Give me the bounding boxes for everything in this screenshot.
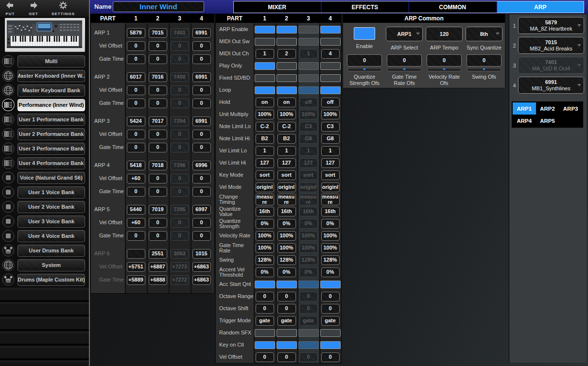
sidebar-button[interactable]: User 1 Performance Bank — [17, 114, 85, 126]
value-cell[interactable]: +6863 — [192, 275, 211, 285]
value-cell[interactable]: gate — [277, 316, 296, 326]
checkbox[interactable] — [277, 38, 297, 46]
value-cell[interactable]: 128% — [277, 255, 296, 265]
value-cell[interactable]: 2551 — [149, 249, 167, 259]
value-cell[interactable]: 0 — [149, 174, 167, 183]
value-cell[interactable]: 100% — [299, 110, 318, 119]
checkbox[interactable] — [298, 281, 319, 288]
value-cell[interactable]: 7400 — [171, 72, 189, 82]
value-cell[interactable]: 0 — [127, 54, 145, 64]
value-cell[interactable]: 0 — [171, 143, 189, 152]
offset-value[interactable]: 0 — [427, 54, 462, 67]
value-cell[interactable]: 0 — [256, 352, 274, 362]
value-cell[interactable]: +60 — [127, 218, 145, 228]
value-cell[interactable]: 0 — [171, 41, 189, 51]
sidebar-button[interactable]: User 3 Voice Bank — [17, 216, 85, 228]
toolbar-button-get[interactable]: GET — [28, 1, 39, 16]
value-cell[interactable]: G8 — [321, 134, 340, 144]
offset-slider[interactable] — [427, 68, 461, 71]
value-cell[interactable]: on — [277, 98, 296, 107]
checkbox[interactable] — [298, 26, 319, 33]
value-cell[interactable] — [127, 249, 145, 259]
value-cell[interactable]: C-2 — [277, 122, 296, 132]
value-cell[interactable]: 100% — [321, 110, 340, 119]
checkbox[interactable] — [298, 86, 319, 94]
value-cell[interactable]: +6863 — [192, 262, 211, 272]
value-cell[interactable]: 0 — [277, 352, 296, 362]
value-cell[interactable]: 0 — [171, 231, 189, 241]
value-cell[interactable]: originl — [277, 183, 296, 192]
value-cell[interactable]: sort — [321, 170, 340, 180]
value-cell[interactable]: 6017 — [127, 72, 145, 82]
value-cell[interactable]: 2 — [277, 49, 296, 59]
sidebar-button[interactable]: User 4 Performance Bank — [17, 157, 85, 169]
value-cell[interactable]: 0% — [321, 267, 340, 277]
value-cell[interactable]: 0 — [321, 304, 340, 314]
value-cell[interactable]: measure — [321, 194, 340, 205]
value-cell[interactable]: 7019 — [149, 205, 167, 215]
value-cell[interactable]: off — [299, 98, 318, 107]
checkbox[interactable] — [320, 329, 341, 337]
value-cell[interactable]: 6996 — [192, 161, 211, 170]
value-cell[interactable]: +6887 — [149, 262, 167, 272]
checkbox[interactable] — [298, 62, 319, 70]
checkbox[interactable] — [320, 86, 341, 94]
value-cell[interactable]: 7395 — [171, 205, 189, 215]
value-cell[interactable]: 5879 — [127, 28, 145, 38]
checkbox[interactable] — [320, 341, 341, 349]
value-cell[interactable]: 127 — [299, 158, 318, 168]
value-cell[interactable]: 0 — [192, 54, 211, 64]
value-cell[interactable]: 0 — [192, 218, 211, 228]
value-cell[interactable]: 128% — [256, 255, 274, 265]
value-cell[interactable]: 0 — [149, 187, 167, 197]
value-cell[interactable]: 5440 — [127, 205, 145, 215]
sidebar-button[interactable]: Master Keyboard Bank — [17, 84, 85, 97]
offset-value[interactable]: 0 — [387, 54, 422, 67]
value-cell[interactable]: 0% — [299, 267, 318, 277]
checkbox[interactable] — [277, 62, 297, 70]
value-cell[interactable]: 100% — [277, 110, 296, 119]
value-cell[interactable]: 0 — [256, 292, 274, 301]
value-cell[interactable]: +7272 — [171, 275, 189, 285]
checkbox[interactable] — [277, 74, 297, 82]
value-cell[interactable]: 0 — [127, 41, 145, 51]
value-cell[interactable]: 100% — [256, 110, 274, 119]
value-cell[interactable]: 0 — [149, 54, 167, 64]
value-cell[interactable]: 0 — [321, 292, 340, 301]
value-cell[interactable]: 128% — [299, 255, 318, 265]
value-cell[interactable]: 16th — [321, 207, 340, 216]
tab-mixer[interactable]: MIXER — [234, 1, 321, 13]
value-cell[interactable]: 0 — [127, 130, 145, 139]
arp-tab-arp2[interactable]: ARP2 — [536, 102, 559, 115]
value-cell[interactable]: 0 — [149, 99, 167, 108]
value-cell[interactable]: 0 — [192, 99, 211, 108]
select-sync-quantize[interactable]: 8th — [466, 27, 502, 41]
value-cell[interactable]: 0 — [299, 304, 318, 314]
value-cell[interactable]: 1 — [256, 146, 274, 156]
checkbox[interactable] — [277, 26, 297, 33]
select-arp-select[interactable]: ARP1 — [386, 27, 423, 41]
tab-common[interactable]: COMMON — [409, 1, 496, 13]
value-cell[interactable]: on — [256, 98, 274, 107]
value-cell[interactable]: 0 — [171, 187, 189, 197]
offset-slider[interactable] — [347, 68, 381, 71]
tab-effects[interactable]: EFFECTS — [322, 1, 409, 13]
checkbox[interactable] — [255, 86, 275, 94]
value-cell[interactable]: sort — [256, 170, 274, 180]
arp-tab-arp1[interactable]: ARP1 — [513, 102, 536, 115]
checkbox[interactable] — [255, 341, 275, 349]
value-cell[interactable]: 0 — [192, 85, 211, 95]
value-cell[interactable]: 0 — [127, 85, 145, 95]
value-cell[interactable]: 7016 — [149, 72, 167, 82]
checkbox[interactable] — [320, 26, 341, 33]
value-cell[interactable]: 16th — [277, 207, 296, 216]
offset-value[interactable]: 0 — [467, 54, 502, 67]
arp-enable-checkbox[interactable] — [354, 27, 375, 40]
value-cell[interactable]: 0 — [149, 218, 167, 228]
sidebar-button[interactable]: User 1 Voice Bank — [17, 186, 85, 199]
sidebar-button[interactable]: User 2 Performance Bank — [17, 128, 85, 140]
value-cell[interactable]: 6991 — [192, 116, 211, 126]
value-cell[interactable]: sort — [277, 170, 296, 180]
value-cell[interactable]: 0 — [299, 292, 318, 301]
arp-slot-select[interactable]: 7015MB2_Acid Breaks — [518, 37, 584, 54]
